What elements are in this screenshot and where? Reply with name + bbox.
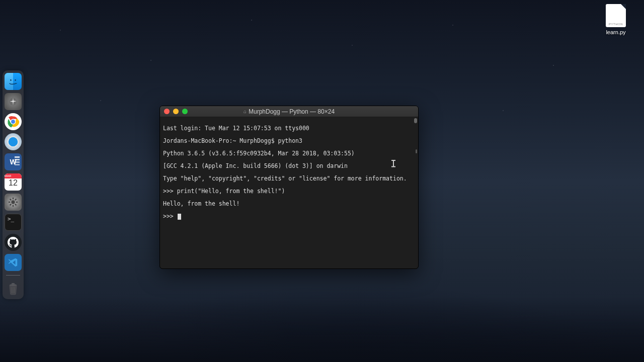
svg-point-12 <box>11 200 15 204</box>
svg-rect-22 <box>12 283 15 285</box>
window-maximize-button[interactable] <box>182 109 188 114</box>
dock-vscode-icon[interactable] <box>5 254 22 271</box>
python-file-icon: PYTHON <box>606 4 626 27</box>
terminal-titlebar[interactable]: ⌂ MurphDogg — Python — 80×24 <box>160 106 418 117</box>
dock: W MAR 12 <box>3 70 24 299</box>
svg-rect-9 <box>15 159 20 160</box>
traffic-lights <box>164 109 188 114</box>
dock-separator <box>6 275 20 276</box>
terminal-line: >>> print("Hello, from the shell!") <box>163 188 415 195</box>
svg-line-25 <box>15 287 15 293</box>
svg-line-17 <box>10 199 12 201</box>
calendar-month-label: MAR <box>5 173 22 178</box>
svg-rect-10 <box>15 161 20 163</box>
dock-calendar-icon[interactable]: MAR 12 <box>5 173 22 191</box>
svg-point-1 <box>15 79 16 81</box>
terminal-line: Type "help", "copyright", "credits" or "… <box>163 175 415 182</box>
terminal-line: Hello, from the shell! <box>163 201 415 207</box>
window-minimize-button[interactable] <box>173 109 179 114</box>
terminal-line: Last login: Tue Mar 12 15:07:53 on ttys0… <box>163 125 415 132</box>
home-folder-icon: ⌂ <box>244 109 247 114</box>
dock-system-preferences-icon[interactable] <box>5 194 22 211</box>
terminal-title-text: MurphDogg — Python — 80×24 <box>249 108 335 115</box>
file-type-badge: PYTHON <box>607 23 624 26</box>
terminal-cursor <box>178 214 181 220</box>
svg-rect-8 <box>15 156 20 158</box>
terminal-scrollbar-mark <box>416 149 417 153</box>
dock-safari-icon[interactable] <box>5 133 22 150</box>
terminal-prompt: >>> <box>163 213 177 220</box>
svg-point-0 <box>10 79 12 81</box>
dock-trash-icon[interactable] <box>5 280 22 297</box>
dock-chrome-icon[interactable] <box>5 113 22 130</box>
dock-terminal-icon[interactable] <box>5 214 22 231</box>
dock-finder-icon[interactable] <box>5 73 22 90</box>
svg-line-20 <box>15 199 17 201</box>
terminal-line: Jordans-MacBook-Pro:~ MurphDogg$ python3 <box>163 138 415 144</box>
desktop-file-learn-py[interactable]: PYTHON learn.py <box>602 4 630 35</box>
svg-line-18 <box>15 204 17 206</box>
terminal-prompt-line: >>> <box>163 213 415 220</box>
dock-github-icon[interactable] <box>5 234 22 251</box>
calendar-day-label: 12 <box>5 178 22 188</box>
terminal-window[interactable]: ⌂ MurphDogg — Python — 80×24 Last login:… <box>159 106 419 269</box>
dock-launchpad-icon[interactable] <box>5 93 22 110</box>
terminal-scrollbar-thumb[interactable] <box>414 118 417 123</box>
dock-word-icon[interactable]: W <box>5 153 22 170</box>
terminal-title: ⌂ MurphDogg — Python — 80×24 <box>160 108 418 115</box>
svg-rect-11 <box>15 164 20 165</box>
terminal-line: Python 3.6.5 (v3.6.5:f59c0932b4, Mar 28 … <box>163 150 415 157</box>
desktop-file-label: learn.py <box>602 29 630 35</box>
terminal-line: [GCC 4.2.1 (Apple Inc. build 5666) (dot … <box>163 163 415 169</box>
window-close-button[interactable] <box>164 109 170 114</box>
svg-line-23 <box>12 287 12 293</box>
terminal-body[interactable]: Last login: Tue Mar 12 15:07:53 on ttys0… <box>160 117 418 268</box>
svg-line-19 <box>10 204 12 206</box>
